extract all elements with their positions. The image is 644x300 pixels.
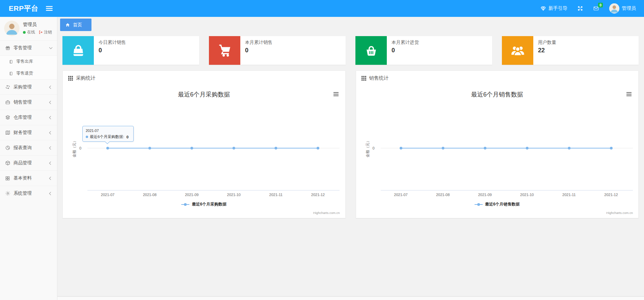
panel-header: 销售统计 xyxy=(356,71,639,85)
highcharts-credit[interactable]: Highcharts.com.cn xyxy=(606,211,633,215)
data-point[interactable] xyxy=(190,147,193,149)
data-point[interactable] xyxy=(149,147,151,149)
logout-link[interactable]: 注销 xyxy=(38,29,52,35)
x-axis-label: 2021-11 xyxy=(562,193,576,197)
chevron-left-icon xyxy=(49,101,53,104)
gem-icon xyxy=(540,6,546,11)
chart-title: 最近6个月销售数据 xyxy=(356,90,639,99)
purchase-stats-panel: 采购统计 最近6个月采购数据 金额（元） 0 2021-07 最近6个月采购数据… xyxy=(62,71,346,218)
newbie-guide-button[interactable]: 新手引导 xyxy=(540,5,567,11)
stat-value: 0 xyxy=(245,47,272,54)
x-axis-label: 2021-08 xyxy=(143,193,156,197)
sidebar-toggle-button[interactable] xyxy=(44,4,55,13)
sales-stats-panel: 销售统计 最近6个月销售数据 金额（元） 0 最近6个月销售数据 xyxy=(356,71,639,218)
data-point[interactable] xyxy=(106,147,109,149)
fullscreen-button[interactable] xyxy=(578,6,583,11)
sidebar-item-retail-outbound[interactable]: 零售出库 xyxy=(0,56,57,67)
layers-icon xyxy=(5,115,10,120)
gift-icon xyxy=(5,45,10,51)
x-axis-label: 2021-08 xyxy=(436,193,450,197)
sidebar-item-purchase[interactable]: 采购管理 xyxy=(0,79,57,94)
data-point[interactable] xyxy=(233,147,235,149)
sidebar-item-label: 仓库管理 xyxy=(14,114,47,120)
stat-card-today-sales: 今日累计销售 0 xyxy=(62,36,199,65)
avatar xyxy=(4,21,20,36)
tab-label: 首页 xyxy=(73,22,82,28)
data-point[interactable] xyxy=(610,147,613,149)
cart-icon xyxy=(209,36,240,65)
legend[interactable]: 最近6个月销售数据 xyxy=(356,201,639,207)
x-axis-label: 2021-11 xyxy=(269,193,283,197)
sidebar-item-system[interactable]: 系统管理 xyxy=(0,186,57,201)
user-menu[interactable]: 管理员 xyxy=(609,3,636,13)
highcharts-credit[interactable]: Highcharts.com.cn xyxy=(313,211,340,215)
fullscreen-icon xyxy=(578,6,583,11)
th-grid-icon xyxy=(361,76,366,81)
document-icon xyxy=(9,59,14,64)
online-status-dot xyxy=(23,31,26,34)
brand-logo: ERP平台 xyxy=(0,4,44,13)
hamburger-icon xyxy=(46,6,53,11)
stat-value: 0 xyxy=(99,47,126,54)
sidebar-item-label: 零售管理 xyxy=(14,45,47,51)
chart-context-menu-button[interactable] xyxy=(625,91,633,98)
sidebar-item-reports[interactable]: 报表查询 xyxy=(0,140,57,155)
data-point[interactable] xyxy=(317,147,319,149)
data-point[interactable] xyxy=(441,147,444,149)
purchase-chart: 最近6个月采购数据 金额（元） 0 2021-07 最近6个月采购数据: 0 xyxy=(63,85,345,218)
chevron-left-icon xyxy=(49,131,53,134)
stat-card-month-purchase: 本月累计进货 0 xyxy=(355,36,492,65)
sidebar-item-warehouse[interactable]: 仓库管理 xyxy=(0,110,57,125)
y-axis-title: 金额（元） xyxy=(72,139,77,158)
chevron-left-icon xyxy=(49,116,53,119)
legend-label: 最近6个月采购数据 xyxy=(192,201,226,207)
panel-header: 采购统计 xyxy=(63,71,345,85)
sign-out-icon xyxy=(38,30,43,34)
online-status-label: 在线 xyxy=(27,29,35,35)
stat-label: 本月累计进货 xyxy=(392,39,419,46)
chart-tooltip: 2021-07 最近6个月采购数据: 0 xyxy=(82,126,134,142)
sidebar-item-finance[interactable]: 财务管理 xyxy=(0,125,57,140)
stat-value: 0 xyxy=(392,47,419,54)
chevron-down-icon xyxy=(49,46,53,49)
tab-home[interactable]: 首页 xyxy=(60,19,91,31)
briefcase-icon xyxy=(5,100,10,105)
sidebar-item-basic-data[interactable]: 基本资料 xyxy=(0,170,57,186)
legend-marker-icon xyxy=(181,203,189,206)
sidebar-item-goods[interactable]: 商品管理 xyxy=(0,155,57,170)
package-icon xyxy=(5,160,10,166)
chevron-left-icon xyxy=(49,85,53,89)
chart-context-menu-button[interactable] xyxy=(332,91,340,98)
legend[interactable]: 最近6个月采购数据 xyxy=(63,201,345,207)
tab-bar: 首页 xyxy=(60,19,91,31)
data-point[interactable] xyxy=(484,147,486,149)
th-grid-icon xyxy=(68,76,73,81)
data-point[interactable] xyxy=(400,147,402,149)
stat-cards-row: 今日累计销售 0 本月累计销售 0 本月累计进货 0 xyxy=(62,36,639,65)
newbie-guide-label: 新手引导 xyxy=(548,5,567,11)
x-axis-label: 2021-12 xyxy=(604,193,618,197)
stat-label: 用户数量 xyxy=(538,39,556,46)
bag-icon xyxy=(62,36,94,65)
legend-marker-icon xyxy=(475,203,483,206)
document-icon xyxy=(9,71,14,76)
data-point[interactable] xyxy=(274,147,277,149)
y-axis-title: 金额（元） xyxy=(365,139,370,158)
sidebar-item-retail-return[interactable]: 零售退货 xyxy=(0,67,57,79)
content-bottom-divider xyxy=(57,296,644,300)
sidebar-item-retail[interactable]: 零售管理 xyxy=(0,40,57,55)
chart-panels-row: 采购统计 最近6个月采购数据 金额（元） 0 2021-07 最近6个月采购数据… xyxy=(62,71,639,218)
chevron-left-icon xyxy=(49,146,53,149)
x-axis-label: 2021-07 xyxy=(101,193,114,197)
panel-title: 采购统计 xyxy=(76,75,96,81)
erp-dashboard: ERP平台 新手引导 0 xyxy=(0,0,644,300)
messages-button[interactable]: 0 xyxy=(593,6,599,11)
stat-label: 本月累计销售 xyxy=(245,39,272,46)
x-axis-label: 2021-09 xyxy=(478,193,492,197)
data-point[interactable] xyxy=(568,147,570,149)
main-content: 首页 今日累计销售 0 本月累计销售 0 xyxy=(57,17,644,300)
sidebar-item-sales[interactable]: 销售管理 xyxy=(0,94,57,110)
x-axis-label: 2021-09 xyxy=(185,193,198,197)
users-icon xyxy=(502,36,533,65)
data-point[interactable] xyxy=(526,147,528,149)
